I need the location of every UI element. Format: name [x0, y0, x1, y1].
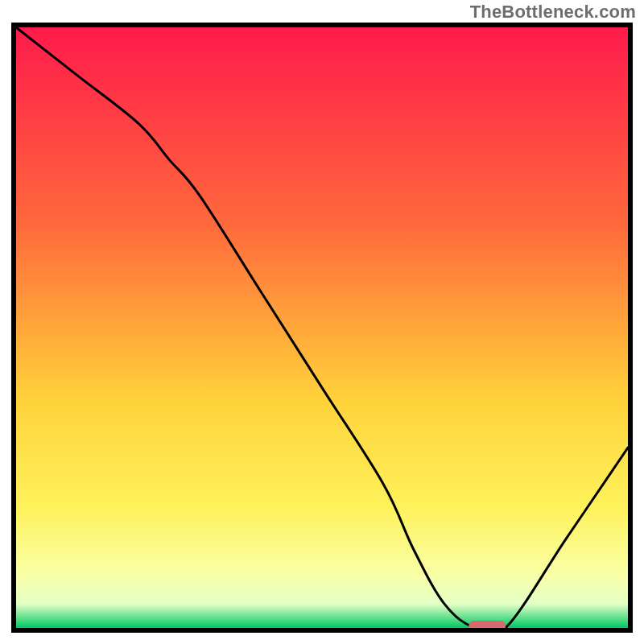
gradient-background [16, 27, 628, 628]
bottleneck-chart [11, 23, 633, 633]
attribution-label: TheBottleneck.com [470, 2, 636, 23]
plot-area [11, 23, 633, 633]
chart-frame: TheBottleneck.com [0, 0, 644, 644]
